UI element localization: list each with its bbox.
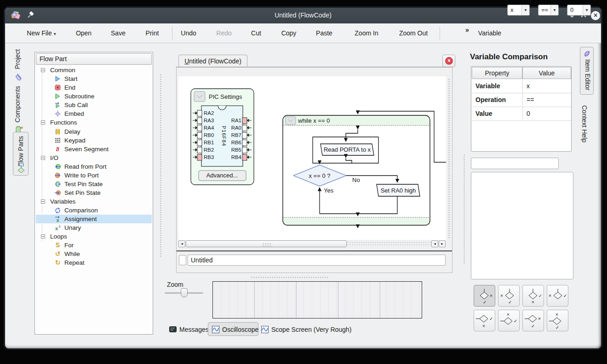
set-pin-state-icon (54, 189, 61, 196)
dropdown-caret-icon: ▾ (54, 31, 56, 36)
tree-item-set-pin-state[interactable]: Set Pin State (36, 188, 152, 197)
repeat-icon: ↻ (54, 259, 61, 266)
item-editor-search-input[interactable] (471, 158, 559, 169)
flow-name-input[interactable] (188, 255, 446, 266)
collapse-icon[interactable] (41, 199, 45, 204)
close-document-button[interactable]: × (442, 55, 455, 67)
tree-item-embed[interactable]: Embed (36, 109, 152, 118)
tree-item-end[interactable]: End (36, 83, 152, 92)
tree-header[interactable]: Flow Part (36, 53, 152, 65)
splitter-handle[interactable] (160, 74, 162, 257)
tree-item-repeat[interactable]: ↻ Repeat (36, 258, 152, 267)
chevron-down-icon[interactable]: ▾ (550, 5, 558, 15)
branch-layout-button-2[interactable]: ×✓ (498, 285, 520, 307)
tree-item-start[interactable]: Start (36, 74, 152, 83)
tree-item-comparison[interactable]: Comparison (36, 206, 152, 215)
column-header-property[interactable]: Property (472, 67, 522, 79)
copy-button[interactable]: Copy (274, 23, 304, 43)
tree-group-common[interactable]: Common (36, 66, 152, 74)
branch-layout-button-8[interactable]: ×✓ (547, 310, 568, 331)
tree-item-sub-call[interactable]: Sub Call (36, 101, 152, 109)
tree-item-for[interactable]: S For (36, 241, 152, 250)
tree-item-test-pin-state[interactable]: Test Pin State (36, 180, 152, 188)
flow-color-button[interactable] (179, 255, 186, 265)
value-cell[interactable]: == (523, 93, 571, 107)
cut-button[interactable]: Cut (242, 23, 270, 43)
messages-icon (169, 326, 177, 335)
sidebar-tab-flow-parts[interactable]: Flow Parts (13, 132, 29, 176)
tree-group-variables[interactable]: Variables (36, 197, 152, 206)
chevron-down-icon[interactable]: ▾ (521, 5, 529, 15)
scroll-right-button[interactable]: ▸ (439, 240, 446, 247)
write-to-port-icon (54, 172, 61, 179)
save-button[interactable]: Save (104, 23, 132, 43)
zoom-out-button[interactable]: Zoom Out (393, 23, 434, 43)
chevron-down-icon[interactable]: ▾ (583, 5, 590, 15)
tree-item-write-to-port[interactable]: Write to Port (36, 171, 152, 180)
pen-icon (584, 50, 591, 59)
column-header-value[interactable]: Value (522, 67, 571, 79)
collapse-icon[interactable] (41, 234, 45, 239)
zoom-in-button[interactable]: Zoom In (349, 23, 384, 43)
tree-item-subroutine[interactable]: Subroutine (36, 92, 152, 101)
undo-button[interactable]: Undo (174, 23, 203, 43)
embed-icon (54, 110, 61, 117)
value-cell[interactable]: 0 (523, 107, 571, 121)
property-cell[interactable]: Value (472, 107, 522, 121)
splitter-handle[interactable] (448, 78, 450, 239)
horizontal-scrollbar[interactable]: ◂ ◂ ▸ (178, 240, 446, 248)
branch-layout-button-3[interactable]: ✓× (522, 285, 544, 307)
branch-layout-button-1[interactable]: ×✓ (474, 285, 495, 307)
flowchart-canvas[interactable]: PIC Settings P16F84 RA2 RA3 (178, 76, 446, 240)
tree-item-while[interactable]: ↺ While (36, 250, 152, 258)
value-combobox[interactable]: 0 ▾ (567, 5, 591, 16)
sidebar-tab-project[interactable]: Project (14, 46, 21, 73)
branch-layout-button-4[interactable]: ×✓ (547, 285, 568, 307)
document-tab[interactable]: Untitled (FlowCode) (178, 55, 247, 67)
collapse-icon[interactable] (41, 120, 45, 125)
oscilloscope-plot[interactable] (212, 281, 422, 318)
operation-combobox[interactable]: == ▾ (538, 5, 559, 16)
value-cell[interactable]: x (523, 79, 571, 93)
sidebar-tab-components[interactable]: Components (14, 84, 21, 125)
tree-item-assignment[interactable]: x Assignment (36, 215, 152, 223)
tree-item-seven-segment[interactable]: 8 Seven Segment (36, 145, 152, 154)
open-button[interactable]: Open (69, 23, 98, 43)
toolbar-overflow-icon[interactable]: » (465, 26, 469, 34)
branch-layout-button-6[interactable]: ×✓ (498, 310, 520, 331)
splitter-handle[interactable] (463, 154, 465, 264)
item-editor-listbox[interactable] (471, 172, 573, 279)
tab-scope-screen[interactable]: Scope Screen (Very Rough) (261, 323, 353, 336)
tree-group-functions[interactable]: Functions (36, 118, 152, 127)
property-cell[interactable]: Operation (472, 93, 522, 107)
scrollbar-thumb[interactable] (186, 240, 347, 247)
tab-item-editor[interactable]: Item Editor (580, 47, 594, 95)
print-button[interactable]: Print (138, 23, 166, 43)
tree-item-keypad[interactable]: Keypad (36, 136, 152, 145)
tab-oscilloscope[interactable]: Oscilloscope (208, 322, 258, 336)
svg-text:while x == 0: while x == 0 (298, 117, 330, 124)
collapse-icon[interactable] (41, 156, 45, 160)
scroll-left-button[interactable]: ◂ (178, 240, 185, 247)
toolbar-separator (440, 26, 440, 40)
paste-button[interactable]: Paste (309, 23, 339, 43)
tree-item-read-from-port[interactable]: Read from Port (36, 162, 152, 171)
new-file-button[interactable]: New File ▾ (18, 23, 64, 43)
scroll-left-button[interactable]: ◂ (431, 240, 438, 247)
tree-item-delay[interactable]: Delay (36, 127, 152, 136)
splitter-handle[interactable] (251, 276, 329, 279)
variable-combobox[interactable]: x ▾ (507, 5, 530, 16)
tree-group-loops[interactable]: Loops (36, 232, 152, 241)
zoom-slider-handle[interactable] (181, 288, 188, 297)
tree-group-io[interactable]: I/O (36, 154, 152, 162)
branch-layout-button-7[interactable]: ×✓ (522, 310, 544, 331)
branch-layout-button-5[interactable]: ✓× (474, 310, 495, 331)
pic-settings-collapse-button (194, 91, 205, 102)
property-cell[interactable]: Variable (472, 79, 522, 93)
tab-messages[interactable]: Messages (169, 323, 211, 336)
redo-button[interactable]: Redo (210, 23, 238, 43)
close-button[interactable]: × (591, 11, 600, 20)
collapse-icon[interactable] (41, 68, 45, 72)
tree-item-unary[interactable]: x1 Unary (36, 223, 152, 232)
tab-context-help[interactable]: Context Help (581, 103, 588, 144)
